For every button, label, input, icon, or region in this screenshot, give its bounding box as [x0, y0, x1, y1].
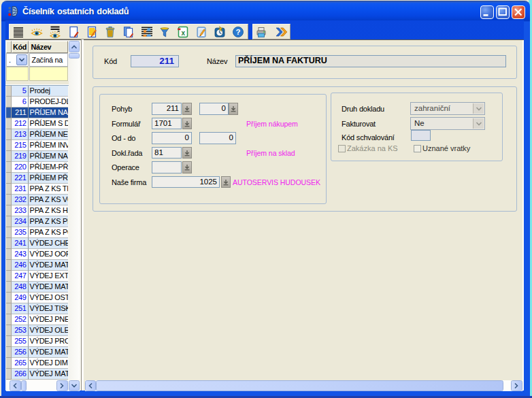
svg-text:?: ? — [236, 28, 241, 36]
svg-text:x: x — [182, 29, 186, 37]
